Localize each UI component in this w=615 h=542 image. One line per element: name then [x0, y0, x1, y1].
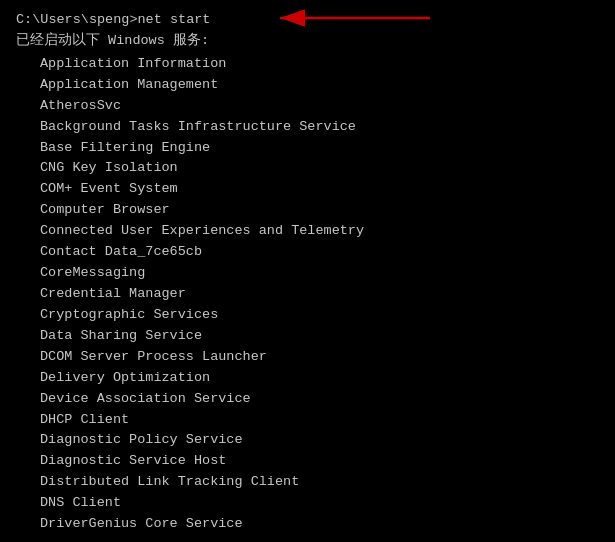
- chinese-header: 已经启动以下 Windows 服务:: [16, 31, 599, 52]
- service-item: Base Filtering Engine: [40, 138, 599, 159]
- service-item: Cryptographic Services: [40, 305, 599, 326]
- service-item: Device Association Service: [40, 389, 599, 410]
- service-list: Application InformationApplication Manag…: [16, 54, 599, 535]
- service-item: DHCP Client: [40, 410, 599, 431]
- service-item: Contact Data_7ce65cb: [40, 242, 599, 263]
- service-item: Connected User Experiences and Telemetry: [40, 221, 599, 242]
- service-item: CoreMessaging: [40, 263, 599, 284]
- service-item: Credential Manager: [40, 284, 599, 305]
- service-item: COM+ Event System: [40, 179, 599, 200]
- terminal-window: C:\Users\speng>net start 已经启动以下 Windows …: [0, 0, 615, 542]
- service-item: Computer Browser: [40, 200, 599, 221]
- service-item: DNS Client: [40, 493, 599, 514]
- service-item: Data Sharing Service: [40, 326, 599, 347]
- service-item: Application Management: [40, 75, 599, 96]
- service-item: CNG Key Isolation: [40, 158, 599, 179]
- service-item: Background Tasks Infrastructure Service: [40, 117, 599, 138]
- service-item: DCOM Server Process Launcher: [40, 347, 599, 368]
- command-line: C:\Users\speng>net start: [16, 10, 599, 31]
- service-item: AtherosSvc: [40, 96, 599, 117]
- service-item: Application Information: [40, 54, 599, 75]
- service-item: DriverGenius Core Service: [40, 514, 599, 535]
- service-item: Distributed Link Tracking Client: [40, 472, 599, 493]
- service-item: Delivery Optimization: [40, 368, 599, 389]
- service-item: Diagnostic Policy Service: [40, 430, 599, 451]
- service-item: Diagnostic Service Host: [40, 451, 599, 472]
